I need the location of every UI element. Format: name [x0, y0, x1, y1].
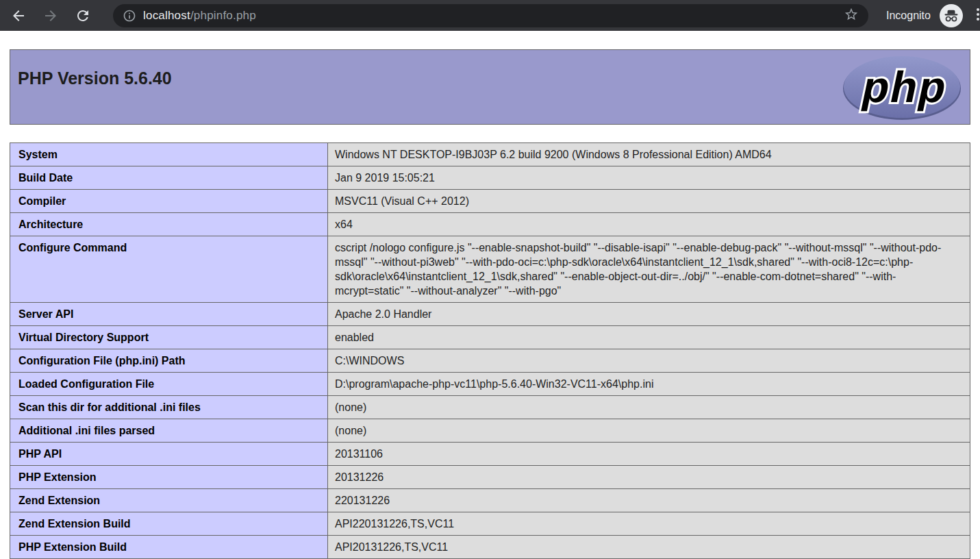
back-arrow-icon	[10, 8, 27, 24]
row-label: Scan this dir for additional .ini files	[10, 396, 328, 419]
row-label: Zend Extension	[10, 489, 328, 512]
table-row: Additional .ini files parsed(none)	[10, 419, 970, 443]
row-label: Virtual Directory Support	[10, 326, 328, 349]
row-value: API220131226,TS,VC11	[328, 512, 970, 536]
row-value: 20131106	[328, 443, 970, 466]
row-value: 220131226	[328, 489, 970, 512]
row-value: C:\WINDOWS	[328, 349, 970, 373]
table-row: Loaded Configuration FileD:\program\apac…	[10, 373, 970, 396]
php-version-header: PHP Version 5.6.40 php	[10, 49, 970, 125]
row-label: PHP API	[10, 443, 328, 466]
bookmark-button[interactable]	[842, 7, 860, 25]
row-value: cscript /nologo configure.js "--enable-s…	[328, 236, 970, 303]
row-label: Zend Extension Build	[10, 512, 328, 536]
table-row: Scan this dir for additional .ini files(…	[10, 396, 970, 419]
row-value: enabled	[328, 326, 970, 349]
back-button[interactable]	[10, 7, 27, 25]
table-row: Virtual Directory Supportenabled	[10, 326, 970, 349]
table-row: Zend Extension BuildAPI220131226,TS,VC11	[10, 512, 970, 536]
page-info-icon[interactable]	[123, 9, 136, 23]
table-row: Configuration File (php.ini) PathC:\WIND…	[10, 349, 970, 373]
row-label: System	[10, 143, 328, 166]
row-value: Jan 9 2019 15:05:21	[328, 166, 970, 190]
reload-button[interactable]	[74, 7, 92, 25]
row-label: Additional .ini files parsed	[10, 419, 328, 443]
page-title: PHP Version 5.6.40	[10, 50, 970, 88]
incognito-label: Incognito	[886, 10, 931, 22]
table-row: Build DateJan 9 2019 15:05:21	[10, 166, 970, 190]
row-label: Build Date	[10, 166, 328, 190]
table-row: PHP API20131106	[10, 443, 970, 466]
browser-window: localhost/phpinfo.php Incognito	[0, 0, 980, 559]
reload-icon	[75, 8, 91, 24]
row-label: Configuration File (php.ini) Path	[10, 349, 328, 373]
row-value: D:\program\apache-php-vc11\php-5.6.40-Wi…	[328, 373, 970, 396]
table-row: PHP Extension20131226	[10, 466, 970, 489]
phpinfo-page: PHP Version 5.6.40 php	[0, 31, 980, 559]
info-table-body: SystemWindows NT DESKTOP-I9BJ03P 6.2 bui…	[10, 143, 970, 559]
url-host: localhost	[143, 9, 190, 22]
row-label: PHP Extension Build	[10, 536, 328, 559]
table-row: PHP Extension BuildAPI20131226,TS,VC11	[10, 536, 970, 559]
forward-arrow-icon	[42, 8, 59, 24]
row-label: Loaded Configuration File	[10, 373, 328, 396]
table-row: Server APIApache 2.0 Handler	[10, 303, 970, 326]
row-value: Windows NT DESKTOP-I9BJ03P 6.2 build 920…	[328, 143, 970, 166]
row-label: PHP Extension	[10, 466, 328, 489]
row-value: API20131226,TS,VC11	[328, 536, 970, 559]
row-value: (none)	[328, 396, 970, 419]
kebab-menu-icon	[970, 6, 980, 25]
browser-toolbar: localhost/phpinfo.php Incognito	[0, 0, 980, 31]
row-label: Architecture	[10, 213, 328, 236]
php-logo-icon: php	[840, 53, 964, 122]
table-row: Configure Commandcscript /nologo configu…	[10, 236, 970, 303]
browser-menu-button[interactable]	[970, 7, 980, 25]
row-value: Apache 2.0 Handler	[328, 303, 970, 326]
row-label: Configure Command	[10, 236, 328, 303]
row-label: Server API	[10, 303, 328, 326]
phpinfo-table: SystemWindows NT DESKTOP-I9BJ03P 6.2 bui…	[10, 142, 970, 559]
row-value: (none)	[328, 419, 970, 443]
url-text[interactable]: localhost/phpinfo.php	[143, 9, 842, 23]
table-row: SystemWindows NT DESKTOP-I9BJ03P 6.2 bui…	[10, 143, 970, 166]
bookmark-star-icon	[844, 7, 859, 25]
row-label: Compiler	[10, 190, 328, 213]
forward-button[interactable]	[42, 7, 60, 25]
incognito-icon	[940, 4, 963, 27]
address-bar[interactable]: localhost/phpinfo.php	[113, 4, 868, 27]
row-value: 20131226	[328, 466, 970, 489]
row-value: MSVC11 (Visual C++ 2012)	[328, 190, 970, 213]
table-row: Architecturex64	[10, 213, 970, 236]
url-path: /phpinfo.php	[190, 9, 256, 22]
table-row: CompilerMSVC11 (Visual C++ 2012)	[10, 190, 970, 213]
table-row: Zend Extension220131226	[10, 489, 970, 512]
php-logo-text: php	[857, 62, 953, 112]
row-value: x64	[328, 213, 970, 236]
